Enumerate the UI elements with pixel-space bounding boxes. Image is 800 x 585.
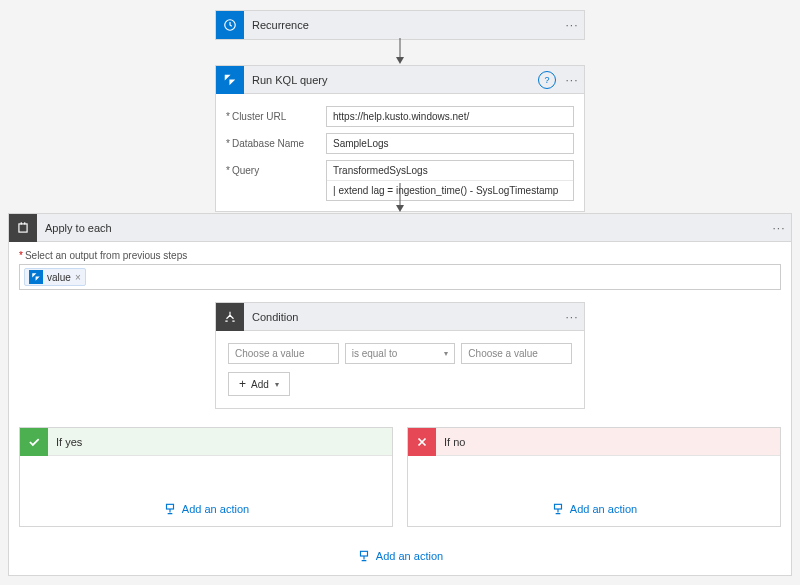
svg-rect-6 [166, 504, 173, 509]
cluster-url-input[interactable] [326, 106, 574, 127]
help-icon[interactable]: ? [538, 71, 556, 89]
apply-header[interactable]: Apply to each ··· [9, 214, 791, 242]
recurrence-card[interactable]: Recurrence ··· [215, 10, 585, 40]
token-remove[interactable]: × [75, 272, 81, 283]
cluster-url-label: Cluster URL [226, 106, 326, 122]
if-no-title: If no [436, 436, 780, 448]
apply-menu[interactable]: ··· [767, 221, 791, 235]
condition-card: Condition ··· Choose a value is equal to… [215, 302, 585, 409]
add-action-icon [551, 502, 565, 516]
recurrence-menu[interactable]: ··· [560, 18, 584, 32]
chevron-down-icon: ▾ [275, 380, 279, 389]
select-output-label: Select an output from previous steps [19, 250, 781, 261]
apply-title: Apply to each [37, 222, 767, 234]
add-action-icon [163, 502, 177, 516]
if-yes-header[interactable]: If yes [20, 428, 392, 456]
condition-title: Condition [244, 311, 560, 323]
clock-icon [216, 11, 244, 39]
condition-operator-select[interactable]: is equal to▾ [345, 343, 456, 364]
add-action-yes[interactable]: Add an action [163, 502, 249, 516]
condition-right-input[interactable]: Choose a value [461, 343, 572, 364]
if-yes-title: If yes [48, 436, 392, 448]
kusto-icon [216, 66, 244, 94]
query-input[interactable]: TransformedSysLogs | extend lag = ingest… [326, 160, 574, 201]
condition-icon [216, 303, 244, 331]
svg-marker-2 [396, 57, 404, 64]
select-output-input[interactable]: value × [19, 264, 781, 290]
svg-rect-5 [19, 223, 27, 231]
svg-rect-7 [554, 504, 561, 509]
svg-rect-8 [360, 551, 367, 556]
add-action-bottom[interactable]: Add an action [357, 549, 443, 563]
database-name-input[interactable] [326, 133, 574, 154]
condition-menu[interactable]: ··· [560, 310, 584, 324]
add-action-no[interactable]: Add an action [551, 502, 637, 516]
close-icon [408, 428, 436, 456]
apply-to-each-card: Apply to each ··· Select an output from … [8, 213, 792, 576]
query-line: | extend lag = ingestion_time() - SysLog… [327, 180, 573, 200]
token-label: value [47, 272, 71, 283]
add-condition-button[interactable]: + Add ▾ [228, 372, 290, 396]
arrow-down-icon [396, 38, 404, 65]
query-label: Query [226, 160, 326, 176]
add-action-icon [357, 549, 371, 563]
kusto-icon [29, 270, 43, 284]
database-name-label: Database Name [226, 133, 326, 149]
recurrence-title: Recurrence [244, 19, 560, 31]
query-line: TransformedSysLogs [327, 161, 573, 180]
svg-marker-4 [396, 205, 404, 212]
value-token[interactable]: value × [24, 268, 86, 286]
loop-icon [9, 214, 37, 242]
kql-title: Run KQL query [244, 74, 538, 86]
kql-menu[interactable]: ··· [560, 73, 584, 87]
condition-header[interactable]: Condition ··· [216, 303, 584, 331]
plus-icon: + [239, 377, 246, 391]
chevron-down-icon: ▾ [444, 349, 448, 358]
if-no-header[interactable]: If no [408, 428, 780, 456]
if-no-branch: If no Add an action [407, 427, 781, 527]
condition-left-input[interactable]: Choose a value [228, 343, 339, 364]
arrow-down-icon [396, 183, 404, 213]
check-icon [20, 428, 48, 456]
if-yes-branch: If yes Add an action [19, 427, 393, 527]
